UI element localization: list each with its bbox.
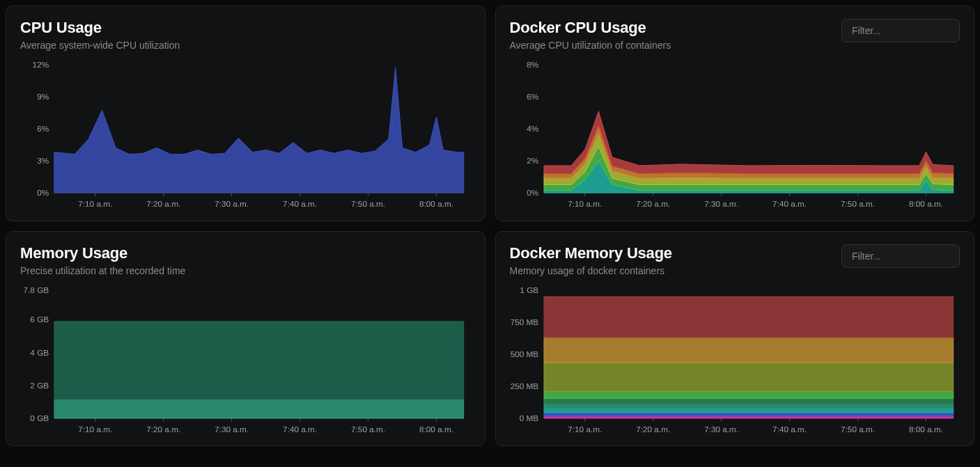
- panel-docker-memory-usage: Docker Memory Usage Memory usage of dock…: [495, 231, 975, 447]
- svg-text:7:40 a.m.: 7:40 a.m.: [283, 199, 317, 208]
- panel-subtitle: Average system-wide CPU utilization: [20, 40, 180, 51]
- svg-text:0%: 0%: [527, 188, 539, 197]
- svg-text:7:50 a.m.: 7:50 a.m.: [351, 424, 385, 433]
- panel-subtitle: Average CPU utilization of containers: [510, 40, 671, 51]
- svg-text:8:00 a.m.: 8:00 a.m.: [419, 424, 453, 433]
- svg-text:8:00 a.m.: 8:00 a.m.: [419, 199, 453, 208]
- svg-text:7:20 a.m.: 7:20 a.m.: [636, 199, 670, 208]
- svg-text:8%: 8%: [527, 61, 539, 69]
- panel-title: Memory Usage: [20, 244, 185, 262]
- svg-text:12%: 12%: [33, 61, 49, 69]
- svg-text:0 MB: 0 MB: [519, 413, 538, 422]
- svg-text:7.8 GB: 7.8 GB: [24, 286, 49, 294]
- svg-text:7:40 a.m.: 7:40 a.m.: [772, 199, 807, 208]
- svg-text:7:50 a.m.: 7:50 a.m.: [841, 424, 875, 433]
- svg-text:500 MB: 500 MB: [510, 349, 538, 358]
- svg-text:7:30 a.m.: 7:30 a.m.: [215, 199, 249, 208]
- svg-text:7:40 a.m.: 7:40 a.m.: [283, 424, 317, 433]
- svg-text:2 GB: 2 GB: [30, 380, 49, 389]
- chart-cpu[interactable]: 0%3%6%9%12%7:10 a.m.7:20 a.m.7:30 a.m.7:…: [20, 61, 471, 211]
- svg-text:0 GB: 0 GB: [30, 413, 49, 422]
- chart-docker-memory[interactable]: 0 MB250 MB500 MB750 MB1 GB7:10 a.m.7:20 …: [510, 286, 960, 436]
- panel-title: Docker Memory Usage: [510, 244, 672, 262]
- svg-text:7:30 a.m.: 7:30 a.m.: [704, 199, 738, 208]
- svg-text:7:30 a.m.: 7:30 a.m.: [215, 424, 249, 433]
- svg-text:7:20 a.m.: 7:20 a.m.: [146, 424, 180, 433]
- svg-text:6%: 6%: [37, 124, 49, 133]
- svg-text:7:10 a.m.: 7:10 a.m.: [78, 424, 112, 433]
- svg-text:8:00 a.m.: 8:00 a.m.: [909, 424, 943, 433]
- svg-text:0%: 0%: [37, 188, 49, 197]
- svg-text:7:20 a.m.: 7:20 a.m.: [636, 424, 670, 433]
- chart-memory[interactable]: 0 GB2 GB4 GB6 GB7.8 GB7:10 a.m.7:20 a.m.…: [20, 286, 471, 436]
- panel-memory-usage: Memory Usage Precise utilization at the …: [6, 231, 485, 447]
- svg-text:4%: 4%: [527, 124, 539, 133]
- svg-text:4 GB: 4 GB: [30, 347, 49, 356]
- svg-text:7:50 a.m.: 7:50 a.m.: [351, 199, 385, 208]
- panel-header: CPU Usage Average system-wide CPU utiliz…: [20, 19, 471, 51]
- panel-subtitle: Precise utilization at the recorded time: [20, 265, 185, 276]
- panel-cpu-usage: CPU Usage Average system-wide CPU utiliz…: [6, 6, 485, 221]
- panel-subtitle: Memory usage of docker containers: [510, 265, 672, 276]
- panel-docker-cpu-usage: Docker CPU Usage Average CPU utilization…: [495, 6, 975, 221]
- svg-text:7:30 a.m.: 7:30 a.m.: [704, 424, 738, 433]
- svg-text:7:40 a.m.: 7:40 a.m.: [772, 424, 807, 433]
- chart-docker-cpu[interactable]: 0%2%4%6%8%7:10 a.m.7:20 a.m.7:30 a.m.7:4…: [510, 61, 960, 211]
- svg-text:8:00 a.m.: 8:00 a.m.: [909, 199, 943, 208]
- panel-header: Docker CPU Usage Average CPU utilization…: [510, 19, 960, 51]
- svg-text:7:10 a.m.: 7:10 a.m.: [568, 199, 602, 208]
- svg-text:1 GB: 1 GB: [520, 286, 538, 294]
- svg-text:6%: 6%: [527, 92, 539, 101]
- svg-text:7:10 a.m.: 7:10 a.m.: [78, 199, 112, 208]
- svg-text:2%: 2%: [527, 156, 539, 165]
- svg-text:7:10 a.m.: 7:10 a.m.: [568, 424, 602, 433]
- filter-input[interactable]: [841, 19, 960, 42]
- svg-text:7:20 a.m.: 7:20 a.m.: [146, 199, 180, 208]
- panel-title: Docker CPU Usage: [510, 19, 671, 37]
- filter-input[interactable]: [841, 244, 960, 268]
- svg-text:9%: 9%: [37, 92, 49, 101]
- svg-text:750 MB: 750 MB: [510, 317, 538, 326]
- panel-header: Memory Usage Precise utilization at the …: [20, 244, 471, 276]
- panel-header: Docker Memory Usage Memory usage of dock…: [510, 244, 960, 276]
- panel-title: CPU Usage: [20, 19, 180, 37]
- svg-text:7:50 a.m.: 7:50 a.m.: [841, 199, 875, 208]
- svg-text:6 GB: 6 GB: [30, 315, 49, 324]
- svg-text:3%: 3%: [37, 156, 49, 165]
- svg-text:250 MB: 250 MB: [510, 381, 538, 390]
